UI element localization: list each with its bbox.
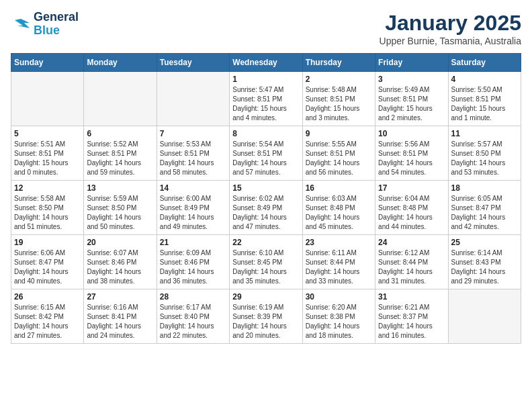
calendar-cell: 16Sunrise: 6:03 AM Sunset: 8:48 PM Dayli… — [302, 181, 375, 235]
day-info: Sunrise: 6:09 AM Sunset: 8:46 PM Dayligh… — [160, 248, 226, 286]
calendar-cell — [448, 289, 521, 344]
day-info: Sunrise: 5:57 AM Sunset: 8:50 PM Dayligh… — [451, 140, 518, 177]
calendar-cell: 20Sunrise: 6:07 AM Sunset: 8:46 PM Dayli… — [84, 235, 157, 289]
calendar-cell: 2Sunrise: 5:48 AM Sunset: 8:51 PM Daylig… — [302, 72, 375, 126]
day-number: 30 — [306, 292, 372, 302]
weekday-header-thursday: Thursday — [302, 54, 375, 72]
calendar-cell: 25Sunrise: 6:14 AM Sunset: 8:43 PM Dayli… — [448, 235, 521, 289]
calendar-cell: 14Sunrise: 6:00 AM Sunset: 8:49 PM Dayli… — [157, 181, 229, 235]
day-info: Sunrise: 6:17 AM Sunset: 8:40 PM Dayligh… — [160, 303, 226, 340]
weekday-header-row: SundayMondayTuesdayWednesdayThursdayFrid… — [11, 54, 521, 72]
day-number: 21 — [160, 238, 226, 247]
day-info: Sunrise: 5:49 AM Sunset: 8:51 PM Dayligh… — [378, 85, 445, 123]
day-number: 16 — [306, 183, 372, 193]
day-number: 8 — [232, 129, 299, 138]
day-number: 22 — [232, 238, 299, 247]
calendar-cell: 6Sunrise: 5:52 AM Sunset: 8:51 PM Daylig… — [84, 126, 157, 181]
day-info: Sunrise: 5:50 AM Sunset: 8:51 PM Dayligh… — [451, 85, 518, 123]
day-number: 5 — [14, 129, 81, 138]
day-info: Sunrise: 6:16 AM Sunset: 8:41 PM Dayligh… — [87, 303, 153, 340]
calendar-week-row: 19Sunrise: 6:06 AM Sunset: 8:47 PM Dayli… — [11, 235, 521, 289]
calendar-cell: 3Sunrise: 5:49 AM Sunset: 8:51 PM Daylig… — [375, 72, 448, 126]
calendar-cell: 19Sunrise: 6:06 AM Sunset: 8:47 PM Dayli… — [11, 235, 84, 289]
calendar-table: SundayMondayTuesdayWednesdayThursdayFrid… — [11, 53, 521, 344]
calendar-cell: 13Sunrise: 5:59 AM Sunset: 8:50 PM Dayli… — [84, 181, 157, 235]
day-number: 24 — [378, 238, 445, 247]
calendar-cell: 31Sunrise: 6:21 AM Sunset: 8:37 PM Dayli… — [375, 289, 448, 344]
day-number: 12 — [14, 183, 81, 193]
day-number: 23 — [306, 238, 372, 247]
day-info: Sunrise: 6:21 AM Sunset: 8:37 PM Dayligh… — [378, 303, 445, 340]
day-number: 6 — [87, 129, 153, 138]
weekday-header-saturday: Saturday — [448, 54, 521, 72]
day-info: Sunrise: 6:00 AM Sunset: 8:49 PM Dayligh… — [160, 194, 226, 232]
calendar-cell: 7Sunrise: 5:53 AM Sunset: 8:51 PM Daylig… — [157, 126, 229, 181]
day-info: Sunrise: 5:47 AM Sunset: 8:51 PM Dayligh… — [232, 85, 299, 123]
title-block: January 2025 Upper Burnie, Tasmania, Aus… — [380, 11, 521, 46]
day-info: Sunrise: 6:20 AM Sunset: 8:38 PM Dayligh… — [306, 303, 372, 340]
calendar-cell — [84, 72, 157, 126]
day-number: 25 — [451, 238, 518, 247]
calendar-week-row: 26Sunrise: 6:15 AM Sunset: 8:42 PM Dayli… — [11, 289, 521, 344]
calendar-cell: 28Sunrise: 6:17 AM Sunset: 8:40 PM Dayli… — [157, 289, 229, 344]
day-number: 19 — [14, 238, 81, 247]
day-info: Sunrise: 6:05 AM Sunset: 8:47 PM Dayligh… — [451, 194, 518, 232]
day-number: 13 — [87, 183, 153, 193]
calendar-cell: 30Sunrise: 6:20 AM Sunset: 8:38 PM Dayli… — [302, 289, 375, 344]
day-number: 11 — [451, 129, 518, 138]
day-number: 15 — [232, 183, 299, 193]
day-number: 3 — [378, 75, 445, 84]
day-info: Sunrise: 6:10 AM Sunset: 8:45 PM Dayligh… — [232, 248, 299, 286]
day-number: 27 — [87, 292, 153, 302]
page-header: General Blue January 2025 Upper Burnie, … — [11, 11, 521, 46]
calendar-cell — [11, 72, 84, 126]
calendar-cell: 11Sunrise: 5:57 AM Sunset: 8:50 PM Dayli… — [448, 126, 521, 181]
day-info: Sunrise: 5:53 AM Sunset: 8:51 PM Dayligh… — [160, 140, 226, 177]
day-number: 9 — [306, 129, 372, 138]
calendar-week-row: 1Sunrise: 5:47 AM Sunset: 8:51 PM Daylig… — [11, 72, 521, 126]
calendar-week-row: 5Sunrise: 5:51 AM Sunset: 8:51 PM Daylig… — [11, 126, 521, 181]
day-info: Sunrise: 6:07 AM Sunset: 8:46 PM Dayligh… — [87, 248, 153, 286]
location: Upper Burnie, Tasmania, Australia — [380, 36, 521, 46]
day-number: 10 — [378, 129, 445, 138]
calendar-cell: 27Sunrise: 6:16 AM Sunset: 8:41 PM Dayli… — [84, 289, 157, 344]
day-info: Sunrise: 6:11 AM Sunset: 8:44 PM Dayligh… — [306, 248, 372, 286]
day-number: 18 — [451, 183, 518, 193]
day-number: 4 — [451, 75, 518, 84]
day-number: 7 — [160, 129, 226, 138]
calendar-cell: 8Sunrise: 5:54 AM Sunset: 8:51 PM Daylig… — [230, 126, 302, 181]
day-info: Sunrise: 6:12 AM Sunset: 8:44 PM Dayligh… — [378, 248, 445, 286]
calendar-cell: 18Sunrise: 6:05 AM Sunset: 8:47 PM Dayli… — [448, 181, 521, 235]
day-number: 29 — [232, 292, 299, 302]
logo-icon — [11, 16, 31, 32]
day-info: Sunrise: 5:58 AM Sunset: 8:50 PM Dayligh… — [14, 194, 81, 232]
calendar-cell: 12Sunrise: 5:58 AM Sunset: 8:50 PM Dayli… — [11, 181, 84, 235]
day-info: Sunrise: 6:19 AM Sunset: 8:39 PM Dayligh… — [232, 303, 299, 340]
day-number: 26 — [14, 292, 81, 302]
calendar-cell: 24Sunrise: 6:12 AM Sunset: 8:44 PM Dayli… — [375, 235, 448, 289]
svg-marker-0 — [15, 19, 30, 28]
day-info: Sunrise: 6:14 AM Sunset: 8:43 PM Dayligh… — [451, 248, 518, 286]
day-number: 31 — [378, 292, 445, 302]
day-info: Sunrise: 5:51 AM Sunset: 8:51 PM Dayligh… — [14, 140, 81, 177]
calendar-cell: 9Sunrise: 5:55 AM Sunset: 8:51 PM Daylig… — [302, 126, 375, 181]
day-number: 20 — [87, 238, 153, 247]
day-info: Sunrise: 5:55 AM Sunset: 8:51 PM Dayligh… — [306, 140, 372, 177]
day-number: 14 — [160, 183, 226, 193]
day-info: Sunrise: 5:56 AM Sunset: 8:51 PM Dayligh… — [378, 140, 445, 177]
weekday-header-wednesday: Wednesday — [230, 54, 302, 72]
day-info: Sunrise: 6:06 AM Sunset: 8:47 PM Dayligh… — [14, 248, 81, 286]
day-info: Sunrise: 6:02 AM Sunset: 8:49 PM Dayligh… — [232, 194, 299, 232]
calendar-cell: 4Sunrise: 5:50 AM Sunset: 8:51 PM Daylig… — [448, 72, 521, 126]
weekday-header-monday: Monday — [84, 54, 157, 72]
day-info: Sunrise: 6:03 AM Sunset: 8:48 PM Dayligh… — [306, 194, 372, 232]
calendar-cell: 23Sunrise: 6:11 AM Sunset: 8:44 PM Dayli… — [302, 235, 375, 289]
calendar-cell: 15Sunrise: 6:02 AM Sunset: 8:49 PM Dayli… — [230, 181, 302, 235]
day-number: 17 — [378, 183, 445, 193]
day-info: Sunrise: 6:15 AM Sunset: 8:42 PM Dayligh… — [14, 303, 81, 340]
day-info: Sunrise: 5:52 AM Sunset: 8:51 PM Dayligh… — [87, 140, 153, 177]
weekday-header-tuesday: Tuesday — [157, 54, 229, 72]
day-number: 1 — [232, 75, 299, 84]
weekday-header-friday: Friday — [375, 54, 448, 72]
weekday-header-sunday: Sunday — [11, 54, 84, 72]
